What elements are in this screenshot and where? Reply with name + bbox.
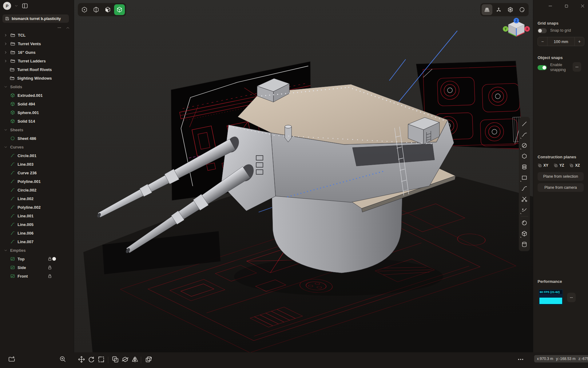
rectangle-tool-button[interactable] <box>519 172 530 183</box>
loft-tool-button[interactable] <box>519 161 530 172</box>
flyout-indicator <box>520 236 522 238</box>
mirror-tool-icon[interactable] <box>131 355 139 363</box>
performance-more-button[interactable] <box>567 293 576 302</box>
spline-tool-button[interactable] <box>519 183 530 194</box>
tree-item[interactable]: Line.001 <box>0 212 74 220</box>
grid-size-increase-button[interactable]: + <box>575 37 584 46</box>
tree-item[interactable]: Circle.002 <box>0 186 74 194</box>
rotate-tool-icon[interactable] <box>87 355 95 363</box>
chevron-down-icon[interactable] <box>4 128 8 132</box>
plane-yz-button[interactable]: YZ <box>554 163 564 168</box>
tree-item[interactable]: Line.007 <box>0 237 74 246</box>
curve-tool-button[interactable] <box>519 129 530 140</box>
boolean-tool-icon[interactable] <box>111 355 119 363</box>
duplicate-tool-button[interactable] <box>145 355 153 363</box>
tree-item[interactable]: Sheet 486 <box>0 134 74 143</box>
more-icon[interactable] <box>57 25 62 30</box>
tree-item[interactable]: Solid 514 <box>0 117 74 125</box>
move-tool-icon[interactable] <box>77 355 85 363</box>
viewport-3d[interactable]: Z Y X <box>74 0 533 352</box>
enable-snapping-toggle[interactable] <box>538 65 547 70</box>
visibility-dot[interactable] <box>52 257 56 261</box>
plane-xz-button[interactable]: XZ <box>569 163 580 168</box>
plane-xy-button[interactable]: XY <box>538 163 548 168</box>
object-snap-button[interactable] <box>505 4 516 15</box>
tree-section[interactable]: Empties <box>0 246 74 255</box>
select-face-button[interactable] <box>102 4 113 15</box>
snap-to-grid-toggle[interactable] <box>538 28 547 33</box>
tree-item[interactable]: Extruded.001 <box>0 91 74 100</box>
tree-item[interactable]: Front <box>0 272 74 280</box>
lock-icon[interactable] <box>47 256 52 261</box>
scale-tool-icon[interactable] <box>97 355 105 363</box>
circle-tool-button[interactable] <box>519 140 530 151</box>
chevron-right-icon[interactable] <box>4 50 8 54</box>
tree-item[interactable]: Top <box>0 255 74 263</box>
bottom-toolbar: x:970.3 mm y:-168.53 mm z:-675.52 <box>0 352 588 368</box>
sphere-tool-button[interactable] <box>519 217 530 228</box>
axis-snap-button[interactable] <box>493 4 504 15</box>
tree-item[interactable]: Circle.001 <box>0 151 74 160</box>
plane-from-selection-button[interactable]: Plane from selection <box>538 172 584 181</box>
navigation-cube[interactable]: Z Y X <box>503 18 530 43</box>
lock-icon[interactable] <box>47 265 52 270</box>
close-icon[interactable] <box>580 4 585 8</box>
box-tool-button[interactable] <box>519 228 530 239</box>
tree-folder[interactable]: TCL <box>0 31 74 39</box>
chevron-right-icon[interactable] <box>4 59 8 63</box>
grid-icon <box>484 6 490 13</box>
tree-label: Solid 514 <box>18 119 35 124</box>
filename-field[interactable]: bismarck turret b.plasticity <box>2 14 69 23</box>
select-edge-button[interactable] <box>91 4 101 15</box>
chevron-down-icon[interactable] <box>4 145 8 149</box>
toggle-sidebar-icon[interactable] <box>22 2 28 9</box>
grid-snap-button[interactable] <box>482 4 492 15</box>
tree-folder[interactable]: Turret Vents <box>0 39 74 48</box>
tree-item[interactable]: Line.002 <box>0 194 74 203</box>
render-mode-button[interactable] <box>517 4 527 15</box>
lock-icon[interactable] <box>47 274 52 279</box>
tree-item[interactable]: Side <box>0 263 74 272</box>
cylinder-tool-button[interactable] <box>519 239 530 250</box>
tree-folder[interactable]: Turret Ladders <box>0 57 74 65</box>
object-snaps-more-button[interactable] <box>573 62 581 72</box>
cut-tool-icon[interactable] <box>121 355 129 363</box>
app-logo[interactable]: P <box>3 2 11 10</box>
more-icon[interactable] <box>517 355 525 363</box>
minimize-icon[interactable] <box>548 4 553 8</box>
chevron-right-icon[interactable] <box>4 33 8 37</box>
tree-folder[interactable]: 16" Guns <box>0 48 74 57</box>
trim-tool-button[interactable] <box>519 194 530 204</box>
tree-item[interactable]: Line.005 <box>0 220 74 229</box>
line-tool-button[interactable] <box>519 118 530 129</box>
tree-section[interactable]: Curves <box>0 143 74 151</box>
chevron-right-icon[interactable] <box>4 42 8 46</box>
polygon-tool-button[interactable] <box>519 151 530 161</box>
curve-edit-tool-button[interactable] <box>519 204 530 215</box>
new-folder-icon[interactable] <box>8 355 15 363</box>
tree-section[interactable]: Sheets <box>0 125 74 134</box>
tree-section[interactable]: Solids <box>0 82 74 91</box>
tree-item[interactable]: Solid 494 <box>0 100 74 108</box>
maximize-icon[interactable] <box>564 4 569 8</box>
tree-item[interactable]: Sphere.001 <box>0 108 74 117</box>
tree-folder[interactable]: Turret Roof Rivets <box>0 65 74 74</box>
grid-size-value[interactable]: 100 mm <box>547 37 575 46</box>
collapse-icon[interactable] <box>66 26 70 30</box>
plane-from-camera-button[interactable]: Plane from camera <box>538 183 584 192</box>
zoom-search-icon[interactable] <box>59 355 66 363</box>
tree-item[interactable]: Line.006 <box>0 229 74 237</box>
tree-item[interactable]: Line.003 <box>0 160 74 168</box>
tree-item[interactable]: Polyline.001 <box>0 177 74 186</box>
chevron-down-icon[interactable] <box>14 4 18 8</box>
tree-folder[interactable]: Sighting Windows <box>0 74 74 82</box>
tree-item[interactable]: Curve 236 <box>0 168 74 177</box>
select-vertex-button[interactable] <box>79 4 90 15</box>
grid-size-decrease-button[interactable]: − <box>538 37 547 46</box>
tree-section-label: Solids <box>10 85 22 89</box>
chevron-down-icon[interactable] <box>4 248 8 252</box>
tree-label: Line.007 <box>18 239 34 244</box>
chevron-down-icon[interactable] <box>4 85 8 89</box>
select-body-button[interactable] <box>114 4 125 15</box>
tree-item[interactable]: Polyline.002 <box>0 203 74 212</box>
